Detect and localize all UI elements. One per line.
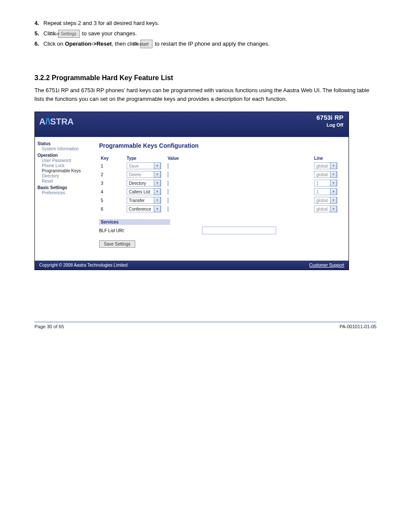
value-input[interactable] <box>168 198 168 203</box>
cell-value <box>166 187 312 196</box>
line-select: global▾ <box>314 205 337 212</box>
line-select: global▾ <box>314 171 337 178</box>
cell-line: global▾ <box>312 205 342 213</box>
table-header-row: Key Type Value Line <box>99 155 342 162</box>
sidebar: Status System Information Operation User… <box>35 137 93 261</box>
logo: A/\STRA <box>39 117 74 127</box>
main-panel: Programmable Keys Configuration Key Type… <box>93 137 349 261</box>
chevron-down-icon: ▾ <box>330 162 337 169</box>
col-line: Line <box>312 155 342 162</box>
app-footer: Copyright © 2008 Aastra Technologies Lim… <box>35 261 349 270</box>
value-input[interactable] <box>168 163 168 169</box>
cell-value <box>166 179 312 187</box>
chevron-down-icon: ▾ <box>330 180 337 187</box>
instruction-4: 4.Repeat steps 2 and 3 for all desired h… <box>34 19 377 28</box>
value-input[interactable] <box>168 172 168 177</box>
table-row: 2Delete▾global▾ <box>99 170 342 179</box>
line-select: global▾ <box>314 197 337 204</box>
sidebar-item-user-password[interactable]: User Password <box>37 158 91 163</box>
instruction-list: 4.Repeat steps 2 and 3 for all desired h… <box>34 19 377 48</box>
line-select: 1▾ <box>314 188 337 195</box>
breadcrumb-text: Operation->Reset <box>65 40 112 47</box>
cell-line: global▾ <box>312 196 342 205</box>
chevron-down-icon: ▾ <box>154 180 161 187</box>
value-input[interactable] <box>168 180 168 186</box>
type-select[interactable]: Directory▾ <box>127 180 161 187</box>
cell-type: Directory▾ <box>125 179 166 187</box>
chevron-down-icon: ▾ <box>330 188 337 195</box>
table-row: 4Callers List▾1▾ <box>99 187 342 196</box>
page-number: Page 30 of 65 <box>34 324 64 329</box>
sidebar-item-reset[interactable]: Reset <box>37 179 91 184</box>
cell-key: 6 <box>99 205 125 213</box>
chevron-down-icon: ▾ <box>154 162 161 169</box>
instruction-5: 5.Click Save Settings to save your chang… <box>34 29 377 38</box>
value-input[interactable] <box>168 206 168 212</box>
cell-type: Callers List▾ <box>125 187 166 196</box>
sidebar-item-preferences[interactable]: Preferences <box>37 190 91 195</box>
sidebar-item-system-info[interactable]: System Information <box>37 146 91 151</box>
table-row: 3Directory▾1▾ <box>99 179 342 187</box>
cell-type: Delete▾ <box>125 170 166 179</box>
sidebar-item-directory[interactable]: Directory <box>37 174 91 178</box>
col-type: Type <box>125 155 166 162</box>
cell-value <box>166 205 312 213</box>
save-settings-button[interactable]: Save Settings <box>99 240 135 248</box>
table-row: 1Save▾global▾ <box>99 162 342 170</box>
blf-uri-input[interactable] <box>202 227 276 234</box>
cell-value <box>166 196 312 205</box>
app-header: A/\STRA 6753i RP Log Off <box>35 112 349 137</box>
cell-line: global▾ <box>312 170 342 179</box>
sidebar-head-status: Status <box>37 141 91 146</box>
type-select: Delete▾ <box>127 171 161 178</box>
section-para: The 6751i RP and 6753i RP phones' hard k… <box>34 86 377 103</box>
line-select: 1▾ <box>314 180 337 187</box>
page-title: Programmable Keys Configuration <box>99 142 342 149</box>
cell-key: 1 <box>99 162 125 170</box>
cell-value <box>166 162 312 170</box>
chevron-down-icon: ▾ <box>154 171 161 178</box>
chevron-down-icon: ▾ <box>330 197 337 204</box>
cell-key: 3 <box>99 179 125 187</box>
section-heading: 3.2.2 Programmable Hard Key Feature List <box>34 74 377 82</box>
cell-key: 2 <box>99 170 125 179</box>
cell-type: Save▾ <box>125 162 166 170</box>
col-key: Key <box>99 155 125 162</box>
type-select[interactable]: Transfer▾ <box>127 197 161 204</box>
model-label: 6753i RP <box>316 114 343 121</box>
page-footer: Page 30 of 65 PA-001011-01-05 <box>34 322 377 329</box>
table-row: 5Transfer▾global▾ <box>99 196 342 205</box>
cell-value <box>166 170 312 179</box>
doc-id: PA-001011-01-05 <box>339 324 377 329</box>
chevron-down-icon: ▾ <box>154 205 161 212</box>
sidebar-head-basic: Basic Settings <box>37 185 91 190</box>
type-select[interactable]: Conference▾ <box>127 205 161 212</box>
footer-copyright: Copyright © 2008 Aastra Technologies Lim… <box>39 263 128 268</box>
cell-line: 1▾ <box>312 187 342 196</box>
type-select[interactable]: Callers List▾ <box>127 188 161 195</box>
sidebar-head-operation: Operation <box>37 153 91 158</box>
cell-key: 5 <box>99 196 125 205</box>
value-input[interactable] <box>168 189 168 195</box>
cell-type: Conference▾ <box>125 205 166 213</box>
cell-type: Transfer▾ <box>125 196 166 205</box>
customer-support-link[interactable]: Customer Support <box>309 263 344 268</box>
cell-line: 1▾ <box>312 179 342 187</box>
sidebar-item-phone-lock[interactable]: Phone Lock <box>37 163 91 168</box>
restart-inline-button[interactable]: Restart <box>140 40 152 49</box>
chevron-down-icon: ▾ <box>154 197 161 204</box>
blf-row: BLF List URI: <box>99 227 342 234</box>
table-row: 6Conference▾global▾ <box>99 205 342 213</box>
line-select: global▾ <box>314 162 337 169</box>
chevron-down-icon: ▾ <box>330 171 337 178</box>
services-heading: Services <box>99 219 170 225</box>
cell-line: global▾ <box>312 162 342 170</box>
type-select: Save▾ <box>127 162 161 169</box>
embedded-screenshot: A/\STRA 6753i RP Log Off Status System I… <box>34 112 349 270</box>
keys-table: Key Type Value Line 1Save▾global▾2Delete… <box>99 155 342 213</box>
sidebar-item-programmable-keys[interactable]: Programmable Keys <box>37 168 91 173</box>
save-settings-inline-button[interactable]: Save Settings <box>58 30 80 38</box>
log-off-link[interactable]: Log Off <box>327 122 343 128</box>
chevron-down-icon: ▾ <box>154 188 161 195</box>
instruction-6: 6.Click on Operation->Reset, then click … <box>34 40 377 49</box>
